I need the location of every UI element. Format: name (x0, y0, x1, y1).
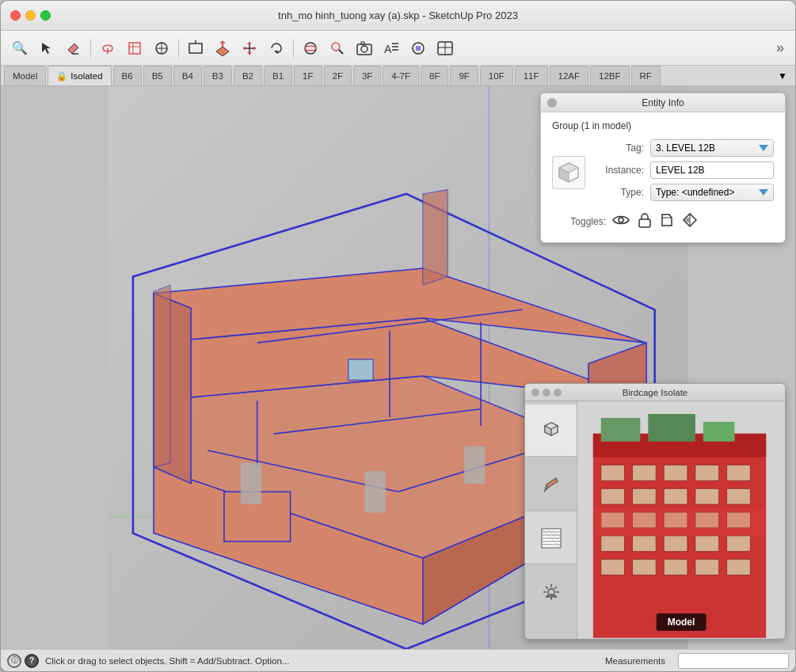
rectangle-tool-button[interactable] (183, 36, 208, 61)
svg-rect-86 (632, 465, 656, 481)
info-icon-1[interactable]: ⓘ (7, 654, 21, 668)
svg-rect-83 (648, 414, 695, 442)
type-dropdown[interactable]: Type: <undefined> (650, 184, 774, 201)
lock-toggle[interactable] (638, 212, 652, 231)
info-icon-2[interactable]: ? (25, 654, 39, 668)
birdcage-maximize[interactable] (554, 389, 562, 397)
instance-input[interactable]: LEVEL 12B (650, 161, 774, 179)
birdcage-texture-button[interactable] (525, 512, 577, 564)
entity-info-subtitle: Group (1 in model) (552, 120, 774, 131)
main-viewport-area: ⓘ ? Click or drag to select objects. Shi… (1, 86, 795, 671)
tab-b6[interactable]: B6 (113, 66, 142, 85)
entity-info-title: Entity Info (642, 97, 684, 108)
svg-rect-87 (664, 465, 687, 481)
zoom-tool-button[interactable] (325, 36, 350, 61)
tag-dropdown[interactable]: 3. LEVEL 12B (650, 139, 774, 157)
svg-rect-20 (361, 42, 364, 44)
status-icons-group: ⓘ ? (7, 654, 39, 668)
svg-rect-104 (727, 536, 751, 552)
tab-b1[interactable]: B1 (264, 66, 292, 85)
section-tool-button[interactable]: A (379, 36, 404, 61)
svg-rect-102 (664, 536, 687, 552)
visibility-toggle[interactable] (612, 214, 630, 230)
measurements-input[interactable] (678, 653, 789, 669)
svg-rect-85 (601, 465, 625, 481)
status-bar: ⓘ ? Click or drag to select objects. Shi… (1, 649, 795, 671)
tab-4-7f[interactable]: 4-7F (383, 66, 419, 85)
entity-info-close-button[interactable] (547, 98, 557, 108)
orbit-tool-button[interactable] (298, 36, 323, 61)
shadow-toggle[interactable] (682, 212, 698, 231)
tab-8f[interactable]: 8F (421, 66, 448, 85)
svg-text:A: A (384, 43, 392, 55)
minimize-button[interactable] (25, 10, 36, 21)
tab-b2[interactable]: B2 (234, 66, 262, 85)
camera-tool-button[interactable] (352, 36, 377, 61)
tab-9f[interactable]: 9F (450, 66, 478, 85)
tab-b5[interactable]: B5 (143, 66, 172, 85)
entity-info-body: Group (1 in model) Tag: 3. L (541, 112, 785, 242)
svg-rect-52 (365, 471, 386, 512)
circle-tool-button[interactable] (149, 36, 174, 61)
window-title: tnh_mo hinh_tuong xay (a).skp - SketchUp… (278, 9, 518, 21)
svg-rect-90 (601, 488, 625, 504)
svg-rect-107 (664, 560, 687, 575)
eraser-tool-button[interactable] (61, 36, 86, 61)
pushpull-tool-button[interactable] (210, 36, 235, 61)
birdcage-close[interactable] (531, 389, 539, 397)
tab-3f[interactable]: 3F (353, 66, 381, 85)
toolbar-more-button[interactable]: » (771, 36, 789, 59)
svg-rect-101 (632, 536, 656, 552)
entity-info-panel: Entity Info Group (1 in model) Tag: (540, 93, 786, 243)
tab-rf[interactable]: RF (631, 66, 661, 85)
instance-value: LEVEL 12B (656, 165, 705, 176)
tab-12bf[interactable]: 12BF (590, 66, 630, 85)
svg-rect-105 (601, 560, 625, 575)
texture-tool-button[interactable] (432, 36, 458, 61)
tab-2f[interactable]: 2F (324, 66, 352, 85)
tab-model[interactable]: Model (4, 66, 46, 85)
pencil-tool-button[interactable] (122, 36, 147, 61)
paint-tool-button[interactable] (406, 36, 431, 61)
lasso-tool-button[interactable] (95, 36, 120, 61)
separator-3 (293, 39, 294, 58)
instance-field-row: Instance: LEVEL 12B (590, 161, 774, 179)
tab-b4[interactable]: B4 (173, 66, 202, 85)
tabs-dropdown-button[interactable]: ▼ (773, 66, 792, 85)
tab-1f[interactable]: 1F (294, 66, 322, 85)
rotate-tool-button[interactable] (264, 36, 289, 61)
svg-rect-108 (695, 560, 719, 575)
birdcage-settings-button[interactable] (525, 566, 577, 618)
svg-rect-93 (695, 488, 719, 504)
close-button[interactable] (10, 10, 21, 21)
svg-rect-1 (129, 43, 140, 54)
type-label: Type: (590, 187, 644, 198)
tab-isolated[interactable]: 🔒 Isolated (48, 66, 111, 85)
birdcage-minimize[interactable] (543, 389, 550, 397)
svg-rect-51 (241, 463, 261, 504)
title-bar: tnh_mo hinh_tuong xay (a).skp - SketchUp… (1, 1, 795, 31)
tag-field-row: Tag: 3. LEVEL 12B (590, 139, 774, 157)
svg-marker-49 (154, 285, 170, 467)
move-tool-button[interactable] (237, 36, 262, 61)
tab-b3[interactable]: B3 (204, 66, 232, 85)
svg-rect-94 (727, 488, 751, 504)
maximize-button[interactable] (40, 10, 51, 21)
birdcage-traffic-lights (531, 389, 562, 397)
tab-12af[interactable]: 12AF (550, 66, 589, 85)
tag-dropdown-arrow (759, 142, 768, 154)
birdcage-title-bar: Birdcage Isolate (525, 384, 785, 401)
search-tool-button[interactable]: 🔍 (7, 36, 32, 61)
type-dropdown-arrow (759, 187, 768, 198)
tab-11f[interactable]: 11F (515, 66, 548, 85)
toggles-label: Toggles: (552, 216, 606, 227)
svg-point-15 (305, 46, 316, 51)
material-toggle[interactable] (660, 212, 674, 231)
select-tool-button[interactable] (34, 36, 59, 61)
birdcage-edit-button[interactable] (525, 458, 577, 511)
birdcage-groups-button[interactable] (525, 404, 577, 457)
svg-rect-88 (695, 465, 719, 481)
svg-rect-53 (464, 446, 485, 484)
svg-point-19 (361, 46, 368, 52)
tab-10f[interactable]: 10F (480, 66, 513, 85)
